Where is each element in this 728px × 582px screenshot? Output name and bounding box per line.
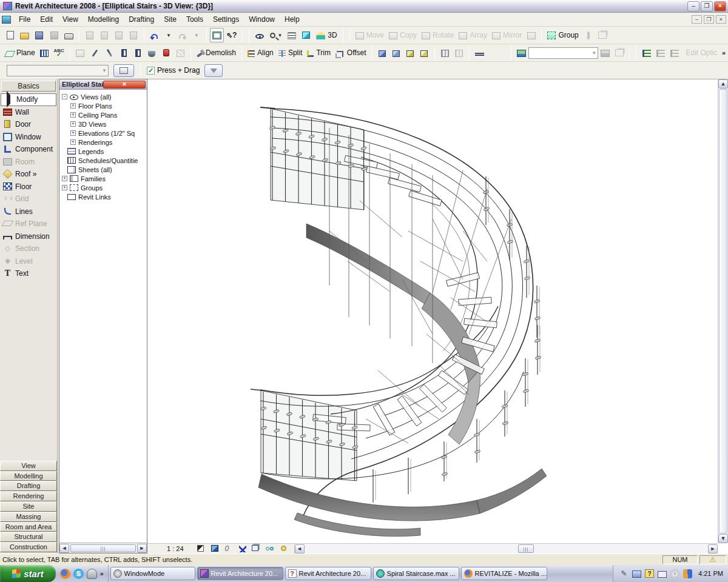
press-drag-checkbox[interactable]: ✓ bbox=[147, 67, 155, 75]
cut-button[interactable] bbox=[83, 28, 97, 42]
type-selector-combobox[interactable]: ▼ bbox=[7, 65, 109, 76]
tree-item-ceiling-plans[interactable]: +Ceiling Plans bbox=[62, 110, 147, 119]
demolish-button[interactable]: Demolish bbox=[194, 45, 239, 60]
mdi-minimize-button[interactable]: – bbox=[692, 15, 702, 24]
menu-edit[interactable]: Edit bbox=[35, 13, 58, 25]
task-3ds-max[interactable]: Spiral Staircase.max ... bbox=[373, 567, 459, 580]
shadows-icon[interactable]: 0 bbox=[225, 545, 234, 553]
restore-button[interactable]: ❐ bbox=[701, 1, 713, 12]
save-button[interactable] bbox=[32, 28, 47, 42]
redo-button[interactable] bbox=[175, 28, 189, 42]
render-region-combobox[interactable]: ▼ bbox=[528, 47, 598, 59]
horizontal-scroll-thumb[interactable] bbox=[518, 544, 534, 553]
vertical-scroll-thumb[interactable] bbox=[719, 89, 727, 534]
undo-button[interactable] bbox=[147, 28, 161, 42]
tree-item-views[interactable]: -Views (all) bbox=[62, 92, 147, 101]
join-button[interactable] bbox=[403, 45, 417, 60]
render-region-button[interactable] bbox=[612, 45, 626, 60]
design-item-section[interactable]: ◇Section bbox=[0, 242, 57, 255]
language-keyboard-icon[interactable] bbox=[632, 570, 641, 578]
task-revit-help[interactable]: ? Revit Architecture 20... bbox=[285, 567, 371, 580]
design-item-door[interactable]: Door bbox=[0, 118, 57, 131]
offset-button[interactable]: Offset bbox=[333, 45, 369, 60]
paste-button[interactable] bbox=[112, 28, 126, 42]
align-button[interactable]: Align bbox=[245, 45, 276, 60]
tab-view[interactable]: View bbox=[0, 461, 57, 471]
resize-button[interactable] bbox=[524, 28, 538, 42]
menu-modelling[interactable]: Modelling bbox=[83, 13, 124, 25]
tab-massing[interactable]: Massing bbox=[0, 512, 57, 522]
menu-tools[interactable]: Tools bbox=[181, 13, 208, 25]
start-button[interactable]: start bbox=[0, 565, 56, 582]
tab-structural[interactable]: Structural bbox=[0, 532, 57, 542]
crop-visibility-icon[interactable] bbox=[252, 545, 260, 553]
crop-region-icon[interactable] bbox=[239, 545, 246, 552]
reveal-hidden-icon[interactable] bbox=[280, 545, 288, 553]
rotate-button[interactable]: Rotate bbox=[419, 28, 456, 42]
menu-site[interactable]: Site bbox=[159, 13, 181, 25]
tree-item-revit-links[interactable]: Revit Links bbox=[62, 192, 147, 201]
whats-this-button[interactable]: ⇖? bbox=[224, 28, 239, 42]
cope-remove-button[interactable] bbox=[389, 45, 403, 60]
menu-view[interactable]: View bbox=[58, 13, 83, 25]
match-type-button[interactable] bbox=[87, 45, 103, 60]
spelling-button[interactable]: ABC✓ bbox=[52, 45, 67, 60]
close-button[interactable]: × bbox=[714, 1, 726, 12]
print-button[interactable] bbox=[62, 28, 76, 42]
mirror-button[interactable]: Mirror bbox=[490, 28, 524, 42]
mdi-restore-button[interactable]: ❐ bbox=[704, 15, 714, 24]
undo-dropdown[interactable]: ▼ bbox=[161, 28, 175, 42]
clock[interactable]: 4:21 PM bbox=[698, 570, 723, 577]
edit-options-button[interactable]: Edit Optic bbox=[681, 45, 720, 60]
design-item-floor[interactable]: Floor bbox=[0, 181, 57, 193]
copy-tool-button[interactable]: Copy bbox=[386, 28, 419, 42]
tree-item-sheets[interactable]: Sheets (all) bbox=[62, 165, 147, 174]
view-scale[interactable]: 1 : 24 bbox=[167, 545, 184, 552]
tab-site[interactable]: Site bbox=[0, 501, 57, 512]
trim-button[interactable]: Trim bbox=[305, 45, 333, 60]
tab-drafting[interactable]: Drafting bbox=[0, 481, 57, 491]
group-button[interactable]: Group bbox=[545, 28, 581, 42]
browser-scroll-thumb[interactable] bbox=[70, 544, 136, 552]
new-button[interactable] bbox=[3, 28, 18, 42]
mdi-close-button[interactable]: × bbox=[716, 15, 726, 24]
render-scene-button[interactable] bbox=[514, 45, 528, 60]
tree-item-families[interactable]: +Families bbox=[62, 174, 147, 183]
browser-horizontal-scrollbar[interactable]: ◄ ► bbox=[59, 543, 147, 553]
default-3d-view-button[interactable]: 3D bbox=[314, 28, 339, 42]
cope-button[interactable] bbox=[376, 45, 389, 60]
tab-rendering[interactable]: Rendering bbox=[0, 491, 57, 501]
array-button[interactable]: Array bbox=[456, 28, 490, 42]
messenger-icon[interactable] bbox=[683, 569, 692, 578]
tree-item-schedules[interactable]: Schedules/Quantitie bbox=[62, 156, 147, 165]
level-tool-button[interactable] bbox=[473, 45, 487, 60]
paint-can-button[interactable] bbox=[159, 45, 174, 60]
tree-item-elevations[interactable]: +Elevations (1/2" Sq bbox=[62, 129, 147, 138]
design-item-modify[interactable]: Modify bbox=[1, 93, 56, 106]
tree-item-groups[interactable]: +Groups bbox=[62, 183, 147, 192]
minimize-button[interactable]: – bbox=[687, 1, 699, 12]
menu-help[interactable]: Help bbox=[280, 13, 305, 25]
firefox-icon[interactable] bbox=[60, 569, 70, 579]
wall-unjoin-button[interactable] bbox=[131, 45, 145, 60]
copy-button[interactable] bbox=[97, 28, 112, 42]
open-button[interactable] bbox=[18, 28, 32, 42]
scroll-right-icon[interactable]: ► bbox=[137, 544, 147, 553]
temporary-hide-icon[interactable] bbox=[266, 545, 274, 553]
render-show-button[interactable] bbox=[598, 45, 612, 60]
design-item-lines[interactable]: Lines bbox=[0, 206, 57, 218]
project-browser-toggle[interactable] bbox=[210, 28, 224, 42]
design-item-grid[interactable]: ♀♀Grid bbox=[0, 193, 57, 206]
save-to-central-button[interactable] bbox=[47, 28, 62, 42]
menu-settings[interactable]: Settings bbox=[208, 13, 244, 25]
pattern-button[interactable] bbox=[174, 45, 187, 60]
project-browser-close-icon[interactable]: ✕ bbox=[103, 81, 146, 89]
paint-button[interactable] bbox=[145, 45, 159, 60]
tray-window-icon[interactable] bbox=[658, 571, 667, 578]
scroll-down-icon[interactable]: ▼ bbox=[718, 534, 728, 543]
delete-button[interactable] bbox=[126, 28, 141, 42]
work-plane-button[interactable]: Plane bbox=[3, 45, 38, 60]
ungroup-button[interactable] bbox=[596, 28, 610, 42]
redo-dropdown[interactable]: ▼ bbox=[189, 28, 203, 42]
section-tool-button[interactable] bbox=[452, 45, 466, 60]
